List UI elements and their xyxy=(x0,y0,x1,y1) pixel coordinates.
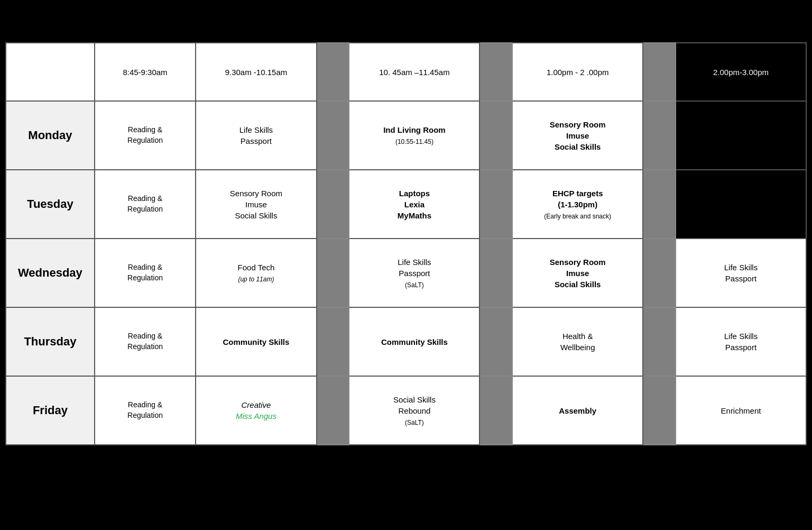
header-day xyxy=(6,43,95,101)
day-tuesday: Tuesday xyxy=(6,170,95,239)
tuesday-col2: Sensory RoomImuseSocial Skills xyxy=(196,170,316,239)
thursday-gray2 xyxy=(479,307,512,376)
header-time5: 2.00pm-3.00pm xyxy=(676,43,806,101)
friday-gray1 xyxy=(317,376,349,445)
tuesday-col6: EHCP targets (1-1.30pm) (Early break and… xyxy=(512,170,643,239)
friday-col6: Assembly xyxy=(512,376,643,445)
monday-col4: Ind Living Room (10.55-11.45) xyxy=(349,101,479,170)
table-row: Friday Reading &Regulation Creative Miss… xyxy=(6,376,806,445)
day-monday: Monday xyxy=(6,101,95,170)
thursday-reading-reg: Reading &Regulation xyxy=(95,307,196,376)
monday-reading-reg: Reading &Regulation xyxy=(95,101,196,170)
friday-gray3 xyxy=(643,376,676,445)
header-time3: 10. 45am –11.45am xyxy=(349,43,479,101)
wednesday-gray3 xyxy=(643,239,676,307)
day-wednesday: Wednesday xyxy=(6,239,95,307)
schedule-table: 8:45-9:30am 9.30am -10.15am 10. 45am –11… xyxy=(5,42,807,445)
header-time1: 8:45-9:30am xyxy=(95,43,196,101)
thursday-gray3 xyxy=(643,307,676,376)
tuesday-col4: Laptops Lexia MyMaths xyxy=(349,170,479,239)
friday-reading-reg: Reading &Regulation xyxy=(95,376,196,445)
day-friday: Friday xyxy=(6,376,95,445)
header-time2: 9.30am -10.15am xyxy=(196,43,316,101)
wednesday-reading-reg: Reading &Regulation xyxy=(95,239,196,307)
tuesday-gray2 xyxy=(479,170,512,239)
wednesday-col6: Sensory Room Imuse Social Skills xyxy=(512,239,643,307)
wednesday-col8: Life SkillsPassport xyxy=(676,239,806,307)
tuesday-reading-reg: Reading &Regulation xyxy=(95,170,196,239)
table-row: Monday Reading &Regulation Life SkillsPa… xyxy=(6,101,806,170)
header-time4: 1.00pm - 2 .00pm xyxy=(512,43,643,101)
thursday-gray1 xyxy=(317,307,349,376)
day-thursday: Thursday xyxy=(6,307,95,376)
monday-gray3 xyxy=(643,101,676,170)
table-row: Wednesday Reading &Regulation Food Tech … xyxy=(6,239,806,307)
tuesday-gray3 xyxy=(643,170,676,239)
wednesday-col4: Life SkillsPassport (SaLT) xyxy=(349,239,479,307)
page-wrapper: 8:45-9:30am 9.30am -10.15am 10. 45am –11… xyxy=(0,0,812,530)
top-bar xyxy=(5,5,807,42)
wednesday-gray1 xyxy=(317,239,349,307)
friday-col8: Enrichment xyxy=(676,376,806,445)
table-row: Tuesday Reading &Regulation Sensory Room… xyxy=(6,170,806,239)
header-row: 8:45-9:30am 9.30am -10.15am 10. 45am –11… xyxy=(6,43,806,101)
friday-gray2 xyxy=(479,376,512,445)
table-row: Thursday Reading &Regulation Community S… xyxy=(6,307,806,376)
header-gray3 xyxy=(643,43,676,101)
header-gray2 xyxy=(479,43,512,101)
tuesday-col8 xyxy=(676,170,806,239)
monday-col6: Sensory Room Imuse Social Skills xyxy=(512,101,643,170)
monday-gray2 xyxy=(479,101,512,170)
monday-col2: Life SkillsPassport xyxy=(196,101,316,170)
wednesday-gray2 xyxy=(479,239,512,307)
thursday-col2: Community Skills xyxy=(196,307,316,376)
friday-col4: Social SkillsRebound (SaLT) xyxy=(349,376,479,445)
wednesday-col2: Food Tech (up to 11am) xyxy=(196,239,316,307)
header-gray1 xyxy=(317,43,349,101)
monday-col8 xyxy=(676,101,806,170)
tuesday-gray1 xyxy=(317,170,349,239)
thursday-col8: Life SkillsPassport xyxy=(676,307,806,376)
thursday-col6: Health &Wellbeing xyxy=(512,307,643,376)
thursday-col4: Community Skills xyxy=(349,307,479,376)
monday-gray1 xyxy=(317,101,349,170)
friday-col2: Creative Miss Angus xyxy=(196,376,316,445)
